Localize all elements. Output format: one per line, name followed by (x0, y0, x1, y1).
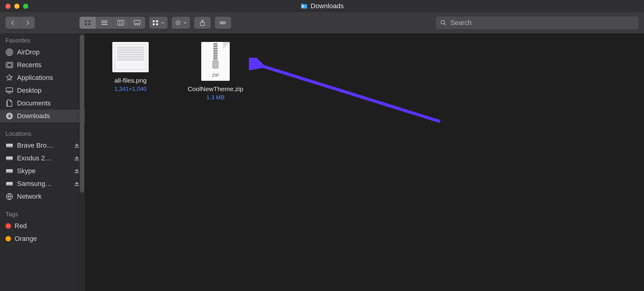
favorites-heading: Favorites (0, 33, 85, 46)
file-meta: 1.3 MB (206, 94, 225, 101)
sidebar-item-applications[interactable]: Applications (0, 71, 85, 84)
sidebar-item-label: Desktop (17, 87, 42, 94)
file-item[interactable]: ZIP CoolNewTheme.zip 1.3 MB (182, 42, 249, 101)
drive-icon (5, 154, 13, 162)
svg-rect-4 (88, 23, 91, 25)
sidebar-item-desktop[interactable]: Desktop (0, 84, 85, 97)
zip-file-icon: ZIP (201, 42, 230, 81)
svg-rect-12 (139, 24, 140, 25)
nav-buttons (5, 17, 35, 29)
gallery-icon (134, 20, 141, 26)
minimize-window-button[interactable] (14, 4, 19, 9)
view-gallery-button[interactable] (129, 17, 145, 29)
action-button-group (172, 17, 190, 29)
icon-grid: all-files.png 1,341×1,040 ZIP CoolNewThe… (85, 33, 644, 109)
sidebar-item-label: Exodus 2… (17, 154, 52, 162)
svg-rect-24 (7, 63, 12, 67)
window-title: Downloads (0, 0, 644, 12)
file-meta: 1,341×1,040 (114, 86, 147, 92)
svg-rect-28 (6, 146, 13, 147)
file-item[interactable]: all-files.png 1,341×1,040 (97, 42, 164, 101)
arrange-button[interactable] (149, 17, 168, 29)
sidebar-item-tag-red[interactable]: Red (0, 220, 85, 232)
sidebar-item-tag-orange[interactable]: Orange (0, 232, 85, 245)
file-name: all-files.png (114, 77, 147, 84)
sidebar-item-network[interactable]: Network (0, 190, 85, 203)
sidebar-item-label: Network (17, 193, 42, 200)
chevron-down-icon (183, 20, 187, 26)
svg-rect-7 (101, 24, 107, 25)
sidebar-item-label: Skype (17, 167, 36, 175)
drive-icon (5, 142, 13, 149)
sidebar-item-downloads[interactable]: Downloads (0, 110, 85, 122)
sidebar[interactable]: Favorites AirDrop Recents Applications (0, 33, 85, 291)
svg-rect-10 (134, 24, 136, 25)
close-window-button[interactable] (5, 4, 11, 9)
svg-rect-9 (134, 20, 140, 23)
chevron-down-icon (161, 20, 164, 26)
search-icon (440, 19, 447, 26)
view-columns-button[interactable] (112, 17, 129, 29)
svg-point-19 (441, 20, 445, 24)
drive-icon (5, 167, 13, 175)
svg-rect-2 (88, 20, 91, 22)
svg-point-20 (8, 51, 10, 53)
sidebar-item-location[interactable]: Skype (0, 165, 85, 177)
zip-badge: ZIP (212, 73, 219, 78)
back-button[interactable] (5, 17, 20, 29)
grid-icon (84, 20, 91, 26)
airdrop-icon (5, 48, 13, 56)
gear-icon (175, 19, 181, 26)
sidebar-item-location[interactable]: Brave Bro… (0, 139, 85, 152)
sidebar-item-label: Downloads (17, 112, 50, 120)
window-title-text: Downloads (311, 2, 344, 10)
share-button-group (194, 17, 211, 29)
desktop-icon (5, 87, 13, 94)
edit-tags-button[interactable] (215, 17, 231, 29)
sidebar-item-documents[interactable]: Documents (0, 97, 85, 110)
search-field[interactable] (436, 16, 639, 29)
sidebar-item-recents[interactable]: Recents (0, 59, 85, 71)
sidebar-item-airdrop[interactable]: AirDrop (0, 46, 85, 59)
share-button[interactable] (194, 17, 211, 29)
forward-button[interactable] (20, 17, 35, 29)
svg-point-0 (302, 5, 304, 7)
svg-rect-16 (156, 23, 158, 25)
sidebar-item-label: Orange (15, 235, 37, 243)
sidebar-item-label: Applications (17, 74, 53, 82)
sidebar-item-label: Recents (17, 61, 42, 69)
sidebar-scrollbar[interactable] (79, 33, 85, 291)
sidebar-item-label: Brave Bro… (17, 142, 53, 149)
downloads-icon (5, 112, 13, 120)
scrollbar-thumb[interactable] (80, 35, 84, 193)
applications-icon (5, 74, 13, 82)
grid-icon (152, 20, 159, 26)
content-area[interactable]: all-files.png 1,341×1,040 ZIP CoolNewThe… (85, 33, 644, 291)
window-controls (0, 4, 28, 9)
finder-window: Downloads (0, 0, 644, 291)
list-icon (101, 20, 108, 26)
fullscreen-window-button[interactable] (23, 4, 28, 9)
share-icon (199, 19, 205, 26)
svg-rect-30 (6, 159, 13, 160)
tag-dot-icon (5, 223, 11, 229)
drive-icon (5, 180, 13, 188)
arrange-button-group (149, 17, 168, 29)
view-list-button[interactable] (96, 17, 112, 29)
recents-icon (5, 61, 13, 69)
network-icon (5, 193, 13, 200)
chevron-right-icon (25, 20, 30, 26)
columns-icon (117, 20, 124, 26)
sidebar-item-location[interactable]: Samsung… (0, 177, 85, 190)
svg-rect-13 (153, 20, 155, 22)
sidebar-item-label: Samsung… (17, 180, 52, 188)
svg-point-21 (7, 50, 12, 54)
svg-rect-34 (6, 184, 13, 186)
view-icons-button[interactable] (80, 17, 96, 29)
file-name: CoolNewTheme.zip (188, 85, 243, 93)
action-menu-button[interactable] (172, 17, 190, 29)
tags-heading: Tags (0, 207, 85, 220)
sidebar-item-label: Red (15, 222, 27, 230)
search-input[interactable] (450, 19, 634, 27)
sidebar-item-location[interactable]: Exodus 2… (0, 152, 85, 165)
